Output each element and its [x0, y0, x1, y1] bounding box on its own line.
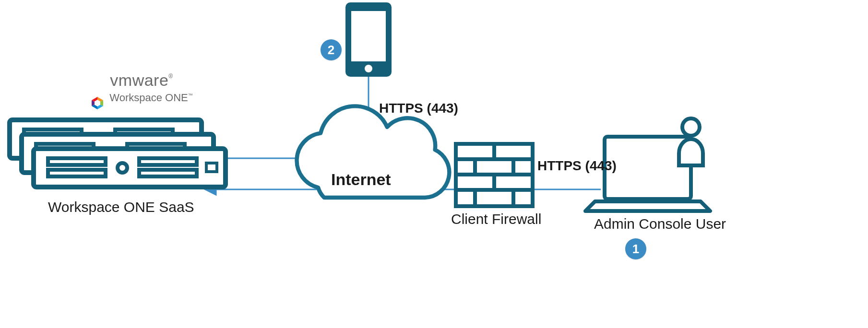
svg-rect-20: [206, 163, 217, 172]
svg-rect-21: [456, 144, 533, 206]
svg-point-12: [106, 149, 115, 158]
svg-rect-18: [139, 170, 197, 176]
badge-1: 1: [625, 238, 646, 259]
connector-device-to-servers: [214, 72, 369, 158]
vmware-brand: vmware® Workspace ONE™: [84, 71, 199, 104]
svg-rect-17: [139, 158, 197, 165]
svg-point-19: [118, 163, 127, 173]
svg-rect-16: [48, 170, 106, 176]
firewall-icon: [456, 144, 533, 206]
svg-rect-15: [48, 158, 106, 165]
svg-rect-11: [127, 155, 185, 162]
svg-rect-14: [34, 149, 226, 187]
svg-rect-6: [182, 134, 193, 143]
svg-rect-8: [36, 144, 94, 151]
protocol-label-admin: HTTPS (443): [537, 158, 617, 174]
svg-rect-34: [605, 137, 691, 199]
mobile-device-icon: [345, 2, 392, 77]
badge-2: 2: [321, 39, 342, 60]
svg-rect-3: [115, 129, 173, 136]
svg-rect-32: [351, 11, 386, 61]
svg-point-33: [365, 65, 372, 72]
server-stack-icon: [10, 120, 226, 187]
svg-rect-31: [345, 2, 392, 77]
svg-rect-13: [194, 149, 205, 157]
svg-rect-10: [127, 144, 185, 151]
svg-rect-1: [24, 129, 82, 136]
cloud-label: Internet: [331, 170, 391, 189]
svg-rect-7: [22, 134, 214, 173]
protocol-label-device: HTTPS (443): [379, 101, 458, 116]
svg-rect-2: [24, 141, 82, 148]
diagram-canvas: [0, 0, 868, 328]
svg-point-35: [682, 118, 700, 136]
svg-rect-9: [36, 155, 94, 162]
firewall-label: Client Firewall: [451, 211, 541, 227]
svg-rect-0: [10, 120, 202, 158]
svg-rect-4: [115, 141, 173, 148]
admin-label: Admin Console User: [594, 216, 726, 232]
svg-point-5: [94, 134, 103, 144]
vmware-wordmark: vmware®: [84, 71, 199, 90]
workspace-one-text: Workspace ONE: [109, 92, 188, 104]
servers-label: Workspace ONE SaaS: [48, 199, 194, 215]
